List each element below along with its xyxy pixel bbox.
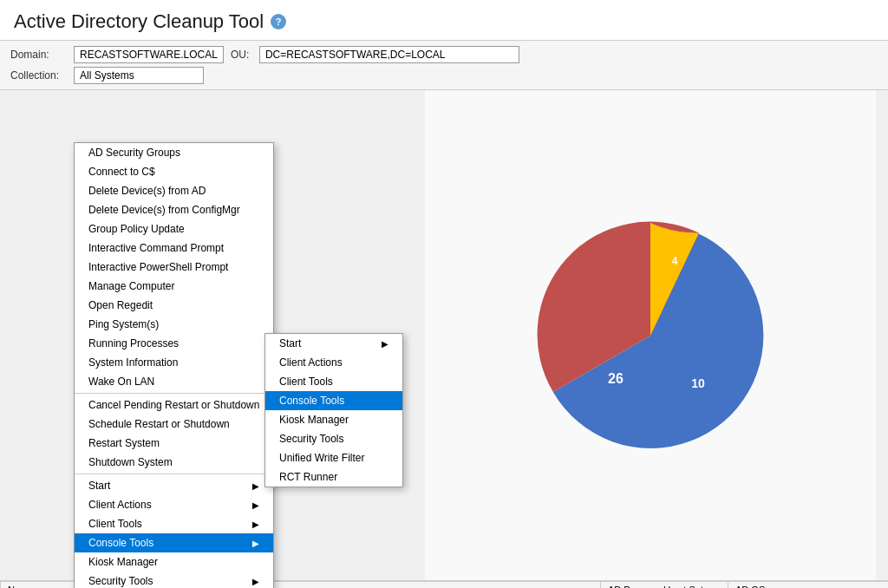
domain-value[interactable]: RECASTSOFTWARE.LOCAL	[74, 46, 224, 63]
context-menu-item[interactable]: Running Processes	[75, 334, 273, 353]
context-menu-item[interactable]: System Information	[75, 353, 273, 372]
submenu-arrow-icon: ▶	[252, 500, 259, 510]
context-menu-item[interactable]: Security Tools▶	[75, 572, 273, 588]
context-menu-item[interactable]: Client Actions▶	[75, 495, 273, 514]
context-menu-item[interactable]: Schedule Restart or Shutdown	[75, 415, 273, 434]
context-menu-item[interactable]: Interactive PowerShell Prompt	[75, 258, 273, 277]
submenu-arrow-icon: ▶	[252, 577, 259, 586]
submenu-item[interactable]: RCT Runner	[265, 467, 402, 487]
submenu-arrow-icon: ▶	[252, 481, 259, 491]
submenu-item[interactable]: Kiosk Manager	[265, 410, 402, 429]
domain-row: Domain: RECASTSOFTWARE.LOCAL OU: DC=RECA…	[10, 46, 878, 63]
submenu-item[interactable]: Unified Write Filter	[265, 448, 402, 467]
title-bar: Active Directory Cleanup Tool ?	[0, 0, 888, 41]
chart-label-4: 4	[672, 255, 678, 267]
submenu: Start▶Client ActionsClient ToolsConsole …	[264, 333, 403, 487]
context-menu-item[interactable]: Delete Device(s) from AD	[75, 181, 273, 200]
submenu-arrow-icon: ▶	[252, 519, 259, 529]
submenu-item[interactable]: Client Tools	[265, 372, 402, 391]
submenu-arrow-icon: ▶	[382, 339, 388, 349]
submenu-item[interactable]: Console Tools	[265, 391, 402, 410]
context-menu-item[interactable]: AD Security Groups	[75, 143, 273, 162]
context-menu-item[interactable]: Delete Device(s) from ConfigMgr	[75, 200, 273, 219]
submenu-arrow-icon: ▶	[252, 539, 259, 548]
context-menu: AD Security GroupsConnect to C$Delete De…	[74, 142, 274, 588]
domain-label: Domain:	[10, 49, 67, 61]
context-menu-separator	[75, 393, 273, 394]
collection-value[interactable]: All Systems	[74, 67, 204, 84]
context-menu-item[interactable]: Open Regedit	[75, 296, 273, 315]
context-menu-item[interactable]: Ping System(s)	[75, 315, 273, 334]
col-os[interactable]: AD OS	[728, 582, 889, 589]
ou-label: OU:	[231, 49, 252, 61]
context-menu-item[interactable]: Connect to C$	[75, 162, 273, 181]
context-menu-item[interactable]: Kiosk Manager	[75, 552, 273, 572]
context-menu-item[interactable]: Group Policy Update	[75, 219, 273, 238]
chart-label-10: 10	[691, 376, 705, 390]
left-panel: AD Security GroupsConnect to C$Delete De…	[0, 90, 425, 580]
context-menu-item[interactable]: Start▶	[75, 476, 273, 495]
submenu-item[interactable]: Start▶	[265, 334, 402, 353]
submenu-item[interactable]: Client Actions	[265, 353, 402, 372]
toolbar: Domain: RECASTSOFTWARE.LOCAL OU: DC=RECA…	[0, 41, 888, 90]
collection-label: Collection:	[10, 69, 67, 82]
submenu-item[interactable]: Security Tools	[265, 429, 402, 448]
ou-value[interactable]: DC=RECASTSOFTWARE,DC=LOCAL	[259, 46, 519, 63]
context-menu-item[interactable]: Manage Computer	[75, 277, 273, 296]
app-title: Active Directory Cleanup Tool	[14, 10, 264, 33]
chart-label-26: 26	[608, 371, 624, 386]
context-menu-item[interactable]: Client Tools▶	[75, 514, 273, 533]
context-menu-item[interactable]: Shutdown System	[75, 453, 273, 472]
context-menu-item[interactable]: Console Tools▶	[75, 533, 273, 552]
context-menu-separator	[75, 474, 273, 474]
pie-chart: 26 10 4	[529, 214, 772, 457]
context-menu-item[interactable]: Interactive Command Prompt	[75, 238, 273, 258]
context-menu-item[interactable]: Wake On LAN	[75, 372, 273, 391]
col-ne[interactable]: ne	[223, 582, 601, 589]
context-menu-item[interactable]: Cancel Pending Restart or Shutdown	[75, 395, 273, 415]
chart-area: 26 10 4	[425, 90, 876, 580]
collection-row: Collection: All Systems	[10, 67, 878, 84]
help-icon[interactable]: ?	[271, 14, 286, 29]
col-password[interactable]: AD Password Last Set	[600, 582, 728, 589]
context-menu-item[interactable]: Restart System	[75, 434, 273, 453]
